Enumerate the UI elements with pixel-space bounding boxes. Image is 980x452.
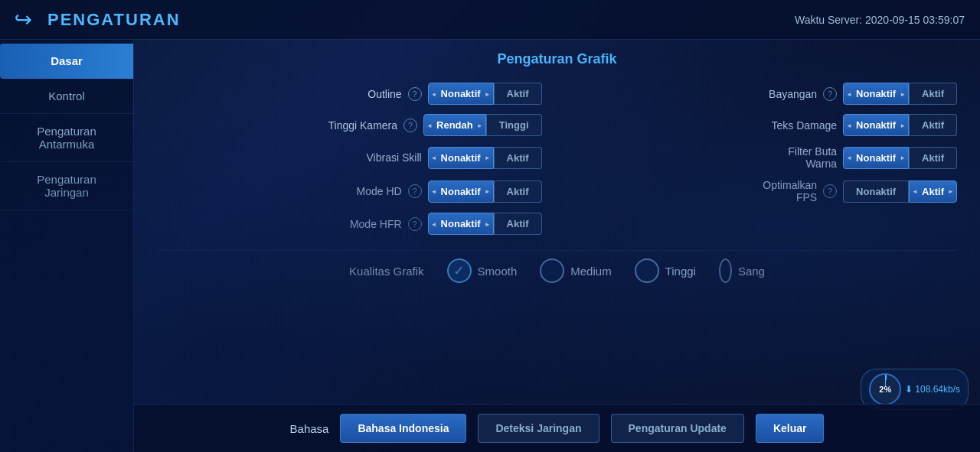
header-left: ↩ PENGATURAN	[8, 6, 181, 34]
bayangan-label: Bayangan	[740, 88, 817, 100]
bayangan-aktif-btn[interactable]: Aktif	[909, 83, 957, 105]
quality-medium-radio	[540, 259, 564, 283]
progress-circle: 2%	[869, 373, 901, 405]
mode-hd-toggle: Nonaktif Aktif	[428, 180, 542, 203]
download-icon: ⬇	[905, 384, 913, 395]
content-area: Pengaturan Grafik Outline ? Nonaktif Akt…	[134, 40, 980, 452]
outline-help-icon[interactable]: ?	[408, 87, 422, 101]
tinggi-kamera-help-icon[interactable]: ?	[403, 119, 417, 132]
progress-percent: 2%	[879, 385, 891, 394]
quality-tinggi-radio	[635, 259, 659, 283]
outline-aktif-btn[interactable]: Aktif	[494, 83, 542, 105]
bayangan-help-icon[interactable]: ?	[823, 87, 837, 101]
sidebar-item-jaringan[interactable]: PengaturanJaringan	[0, 162, 133, 210]
mode-hfr-help-icon[interactable]: ?	[408, 217, 422, 231]
mode-hfr-aktif-btn[interactable]: Aktif	[494, 213, 542, 235]
download-speed: ⬇ 108.64kb/s	[905, 384, 960, 395]
bottom-bar: Bahasa Bahasa Indonesia Deteksi Jaringan…	[134, 404, 980, 452]
filter-buta-warna-aktif-btn[interactable]: Aktif	[909, 147, 957, 169]
quality-sangat-tinggi[interactable]: Sang	[719, 259, 765, 283]
bayangan-nonaktif-btn[interactable]: Nonaktif	[843, 83, 909, 105]
bahasa-label: Bahasa	[290, 422, 329, 435]
quality-medium[interactable]: Medium	[540, 259, 611, 283]
filter-buta-warna-nonaktif-btn[interactable]: Nonaktif	[843, 147, 909, 169]
setting-teks-damage: Teks Damage Nonaktif Aktif	[573, 114, 958, 136]
download-speed-value: 108.64kb/s	[915, 384, 960, 395]
sidebar-item-antarmuka[interactable]: PengaturanAntarmuka	[0, 114, 133, 162]
setting-optimalkan-fps: OptimalkanFPS ? Nonaktif Aktif	[573, 179, 958, 203]
tinggi-kamera-label: Tinggi Kamera	[321, 119, 397, 132]
section-title: Pengaturan Grafik	[157, 51, 957, 67]
quality-smooth-radio: ✓	[447, 259, 472, 283]
bayangan-toggle: Nonaktif Aktif	[843, 83, 957, 105]
sidebar: Dasar Kontrol PengaturanAntarmuka Pengat…	[0, 40, 134, 452]
vibrasi-skill-toggle: Nonaktif Aktif	[428, 147, 542, 169]
settings-grid: Outline ? Nonaktif Aktif Bayangan ? Nona…	[157, 83, 957, 235]
quality-medium-label: Medium	[570, 265, 611, 278]
quality-tinggi[interactable]: Tinggi	[635, 259, 696, 283]
vibrasi-skill-aktif-btn[interactable]: Aktif	[494, 147, 542, 169]
quality-smooth-label: Smooth	[478, 265, 518, 278]
teks-damage-label: Teks Damage	[760, 119, 837, 132]
bahasa-indonesia-button[interactable]: Bahasa Indonesia	[340, 414, 466, 443]
tinggi-kamera-rendah-btn[interactable]: Rendah	[423, 114, 486, 136]
setting-outline: Outline ? Nonaktif Aktif	[157, 83, 542, 105]
empty-cell	[573, 213, 958, 235]
filter-buta-warna-toggle: Nonaktif Aktif	[843, 147, 957, 169]
quality-label: Kualitas Grafik	[349, 265, 424, 278]
outline-toggle: Nonaktif Aktif	[428, 83, 542, 105]
setting-bayangan: Bayangan ? Nonaktif Aktif	[573, 83, 958, 105]
quality-section: Kualitas Grafik ✓ Smooth Medium Tinggi S…	[157, 250, 957, 283]
page-title: PENGATURAN	[47, 10, 181, 30]
mode-hd-label: Mode HD	[325, 185, 402, 197]
mode-hd-aktif-btn[interactable]: Aktif	[494, 180, 542, 203]
mode-hd-help-icon[interactable]: ?	[408, 184, 422, 198]
mode-hd-nonaktif-btn[interactable]: Nonaktif	[428, 180, 494, 203]
mode-hfr-nonaktif-btn[interactable]: Nonaktif	[428, 213, 494, 235]
header: ↩ PENGATURAN Waktu Server: 2020-09-15 03…	[0, 0, 980, 40]
outline-nonaktif-btn[interactable]: Nonaktif	[428, 83, 494, 105]
keluar-button[interactable]: Keluar	[756, 414, 825, 443]
tinggi-kamera-toggle: Rendah Tinggi	[423, 114, 541, 136]
setting-mode-hfr: Mode HFR ? Nonaktif Aktif	[157, 213, 542, 235]
quality-sangat-tinggi-radio	[719, 259, 732, 283]
setting-mode-hd: Mode HD ? Nonaktif Aktif	[157, 179, 542, 203]
setting-vibrasi-skill: Vibrasi Skill Nonaktif Aktif	[157, 145, 542, 170]
main-container: Dasar Kontrol PengaturanAntarmuka Pengat…	[0, 40, 980, 452]
server-time: Waktu Server: 2020-09-15 03:59:07	[795, 14, 965, 26]
optimalkan-fps-aktif-btn[interactable]: Aktif	[909, 180, 957, 203]
deteksi-jaringan-button[interactable]: Deteksi Jaringan	[478, 414, 599, 443]
teks-damage-nonaktif-btn[interactable]: Nonaktif	[843, 114, 909, 136]
quality-sangat-tinggi-label: Sang	[738, 265, 765, 278]
optimalkan-fps-toggle: Nonaktif Aktif	[843, 180, 957, 203]
sidebar-item-kontrol[interactable]: Kontrol	[0, 79, 133, 114]
setting-filter-buta-warna: Filter ButaWarna Nonaktif Aktif	[573, 145, 958, 170]
setting-tinggi-kamera: Tinggi Kamera ? Rendah Tinggi	[157, 114, 542, 136]
mode-hfr-label: Mode HFR	[325, 218, 402, 230]
tinggi-kamera-tinggi-btn[interactable]: Tinggi	[486, 114, 542, 136]
mode-hfr-toggle: Nonaktif Aktif	[428, 213, 542, 235]
outline-label: Outline	[325, 88, 402, 100]
sidebar-item-dasar[interactable]: Dasar	[0, 44, 133, 79]
vibrasi-skill-nonaktif-btn[interactable]: Nonaktif	[428, 147, 494, 169]
filter-buta-warna-label: Filter ButaWarna	[760, 145, 837, 170]
vibrasi-skill-label: Vibrasi Skill	[345, 151, 422, 164]
optimalkan-fps-nonaktif-btn[interactable]: Nonaktif	[843, 180, 909, 203]
quality-smooth[interactable]: ✓ Smooth	[447, 259, 518, 283]
pengaturan-update-button[interactable]: Pengaturan Update	[611, 414, 744, 443]
checkmark-icon: ✓	[453, 262, 465, 279]
teks-damage-toggle: Nonaktif Aktif	[843, 114, 957, 136]
back-arrow-icon: ↩	[15, 7, 32, 32]
back-button[interactable]: ↩	[8, 6, 38, 34]
optimalkan-fps-help-icon[interactable]: ?	[823, 184, 837, 198]
teks-damage-aktif-btn[interactable]: Aktif	[909, 114, 957, 136]
quality-tinggi-label: Tinggi	[665, 265, 696, 278]
optimalkan-fps-label: OptimalkanFPS	[740, 179, 817, 203]
